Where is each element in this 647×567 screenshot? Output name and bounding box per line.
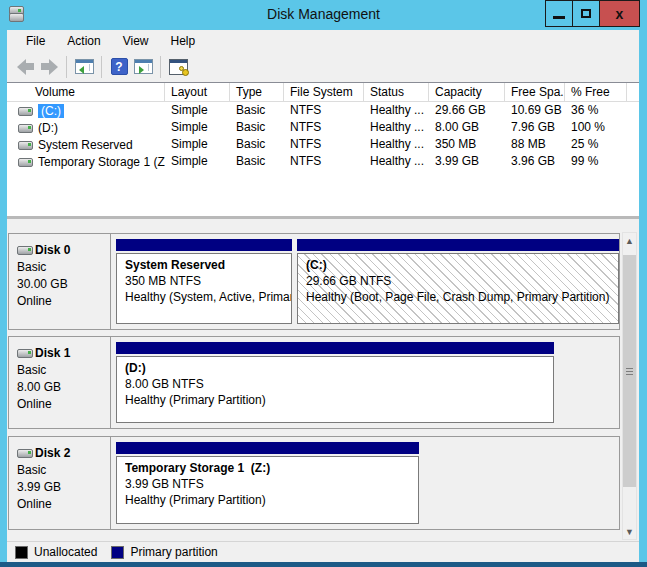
file-system-cell: NTFS: [284, 102, 364, 119]
partition-info: Temporary Storage 1 (Z:) 3.99 GB NTFS He…: [116, 456, 419, 524]
disk-type: Basic: [17, 259, 110, 276]
title-bar[interactable]: Disk Management x: [0, 0, 647, 30]
volume-row-d[interactable]: (D:) Simple Basic NTFS Healthy ... 8.00 …: [7, 119, 639, 136]
help-button[interactable]: ?: [107, 55, 131, 79]
volume-name-cell[interactable]: Temporary Storage 1 (Z:): [7, 153, 165, 170]
partition-system-reserved[interactable]: System Reserved 350 MB NTFS Healthy (Sys…: [116, 239, 292, 324]
column-header-type[interactable]: Type: [230, 83, 284, 102]
volume-name-cell[interactable]: (D:): [7, 119, 165, 136]
volume-name-cell[interactable]: System Reserved: [7, 136, 165, 153]
disk0-label[interactable]: Disk 0 Basic 30.00 GB Online: [9, 234, 111, 329]
volume-icon: [18, 123, 33, 134]
free-space-cell: 10.69 GB: [505, 102, 565, 119]
legend-primary-partition-label: Primary partition: [130, 545, 217, 559]
status-cell: Healthy ...: [364, 153, 429, 170]
free-space-cell: 3.96 GB: [505, 153, 565, 170]
partition-size: 350 MB NTFS: [125, 273, 291, 289]
status-cell: Healthy ...: [364, 119, 429, 136]
primary-partition-color-bar: [116, 239, 292, 251]
capacity-cell: 3.99 GB: [429, 153, 505, 170]
column-header-filler: [627, 83, 639, 102]
scroll-up-button[interactable]: ▲: [623, 233, 636, 248]
primary-partition-color-bar: [297, 239, 619, 251]
column-header-free-space[interactable]: Free Spa...: [505, 83, 565, 102]
partition-health: Healthy (Primary Partition): [125, 492, 418, 508]
file-system-cell: NTFS: [284, 119, 364, 136]
partition-name: System Reserved: [125, 257, 291, 273]
scrollbar-thumb[interactable]: [623, 255, 636, 487]
menu-bar: File Action View Help: [7, 30, 639, 51]
disk-icon: [17, 448, 32, 459]
column-header-capacity[interactable]: Capacity: [429, 83, 505, 102]
back-button[interactable]: [13, 55, 37, 79]
type-cell: Basic: [230, 153, 284, 170]
pane-splitter[interactable]: [7, 216, 639, 230]
toolbar-separator: [160, 56, 161, 78]
volume-label: Temporary Storage 1 (Z:): [38, 155, 165, 169]
partition-size: 8.00 GB NTFS: [125, 376, 553, 392]
disk0-name-line: Disk 0: [17, 242, 110, 259]
column-header-volume[interactable]: Volume: [7, 83, 165, 102]
menu-action[interactable]: Action: [56, 32, 111, 50]
column-header-status[interactable]: Status: [364, 83, 429, 102]
file-system-cell: NTFS: [284, 136, 364, 153]
capacity-cell: 8.00 GB: [429, 119, 505, 136]
type-cell: Basic: [230, 102, 284, 119]
disk2-label[interactable]: Disk 2 Basic 3.99 GB Online: [9, 437, 111, 529]
disk-status: Online: [17, 293, 110, 310]
column-header-pct-free[interactable]: % Free: [565, 83, 627, 102]
menu-file[interactable]: File: [15, 32, 56, 50]
disk-properties-button[interactable]: [166, 55, 190, 79]
layout-cell: Simple: [165, 102, 230, 119]
status-cell: Healthy ...: [364, 102, 429, 119]
toolbar-separator: [101, 56, 102, 78]
volume-table-header: Volume Layout Type File System Status Ca…: [7, 83, 639, 102]
volume-label: (D:): [38, 121, 58, 135]
layout-cell: Simple: [165, 119, 230, 136]
legend-unallocated-label: Unallocated: [34, 545, 97, 559]
show-action-pane-button[interactable]: [131, 55, 155, 79]
column-header-layout[interactable]: Layout: [165, 83, 230, 102]
disk-management-window: Disk Management x File Action View Help: [0, 0, 647, 567]
menu-view[interactable]: View: [112, 32, 160, 50]
partition-health: Healthy (Primary Partition): [125, 392, 553, 408]
column-header-file-system[interactable]: File System: [284, 83, 364, 102]
partition-name: (C:): [306, 257, 618, 273]
disk-name: Disk 1: [35, 345, 70, 362]
maximize-icon: [581, 9, 591, 18]
toolbar-separator: [66, 56, 67, 78]
volume-row-temporary-storage[interactable]: Temporary Storage 1 (Z:) Simple Basic NT…: [7, 153, 639, 170]
partition-health: Healthy (Boot, Page File, Crash Dump, Pr…: [306, 289, 618, 305]
forward-button[interactable]: [37, 55, 61, 79]
partition-info: (C:) 29.66 GB NTFS Healthy (Boot, Page F…: [297, 253, 619, 324]
file-system-cell: NTFS: [284, 153, 364, 170]
partition-z[interactable]: Temporary Storage 1 (Z:) 3.99 GB NTFS He…: [116, 442, 419, 524]
vertical-scrollbar[interactable]: ▲ ▼: [622, 232, 637, 540]
disk-row-1: Disk 1 Basic 8.00 GB Online (D:) 8.00 GB…: [8, 336, 620, 429]
close-button[interactable]: x: [599, 0, 640, 27]
client-area: File Action View Help ?: [7, 30, 639, 553]
partition-c-selected[interactable]: (C:) 29.66 GB NTFS Healthy (Boot, Page F…: [297, 239, 619, 324]
disk-type: Basic: [17, 462, 110, 479]
scroll-down-button[interactable]: ▼: [623, 524, 636, 539]
volume-row-c[interactable]: (C:) Simple Basic NTFS Healthy ... 29.66…: [7, 102, 639, 119]
disk-row-0: Disk 0 Basic 30.00 GB Online System Rese…: [8, 233, 620, 330]
volume-icon: [18, 157, 33, 168]
show-console-tree-button[interactable]: [72, 55, 96, 79]
volume-row-system-reserved[interactable]: System Reserved Simple Basic NTFS Health…: [7, 136, 639, 153]
free-space-cell: 7.96 GB: [505, 119, 565, 136]
maximize-button[interactable]: [572, 0, 600, 27]
pct-free-cell: 99 %: [565, 153, 627, 170]
pct-free-cell: 100 %: [565, 119, 627, 136]
disk-icon: [17, 245, 32, 256]
partition-d[interactable]: (D:) 8.00 GB NTFS Healthy (Primary Parti…: [116, 342, 554, 423]
minimize-button[interactable]: [545, 0, 573, 27]
disk1-label[interactable]: Disk 1 Basic 8.00 GB Online: [9, 337, 111, 428]
scrollbar-grip-icon: [626, 368, 633, 377]
menu-help[interactable]: Help: [160, 32, 207, 50]
legend-bar: Unallocated Primary partition: [7, 541, 639, 564]
volume-name-cell[interactable]: (C:): [7, 102, 165, 119]
status-cell: Healthy ...: [364, 136, 429, 153]
disk-name: Disk 0: [35, 242, 70, 259]
disk1-name-line: Disk 1: [17, 345, 110, 362]
